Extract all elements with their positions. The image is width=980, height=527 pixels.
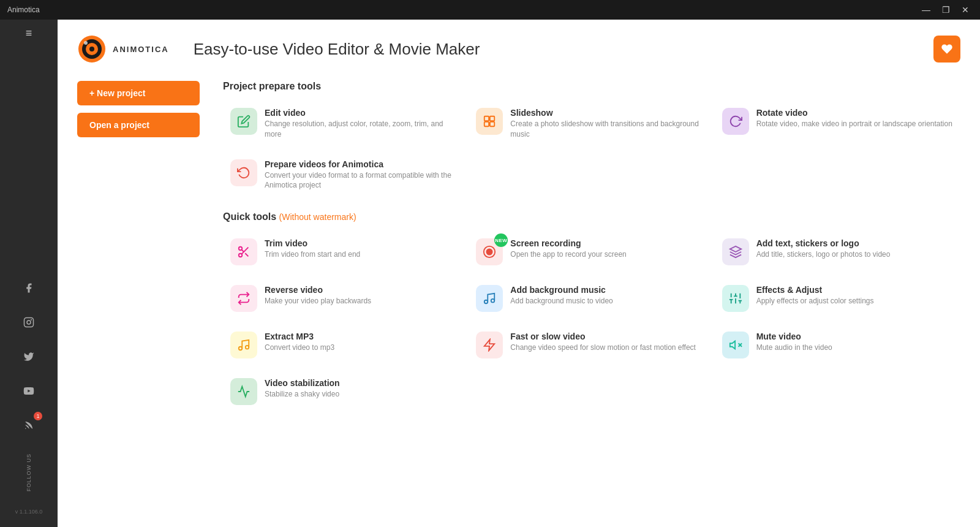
edit-video-text: Edit video Change resolution, adjust col… (265, 108, 461, 140)
logo-text: ANIMOTICA (113, 45, 169, 54)
svg-point-4 (25, 428, 26, 429)
project-tools-title: Project prepare tools (223, 81, 960, 92)
screen-recording-icon: NEW (476, 238, 503, 265)
extract-mp3-icon (230, 332, 257, 358)
video-stabilization-text: Video stabilization Stabilize a shaky vi… (265, 378, 340, 400)
quick-tools-grid: Trim video Trim video from start and end (223, 232, 960, 411)
tool-trim-video[interactable]: Trim video Trim video from start and end (223, 232, 469, 271)
trim-video-title: Trim video (265, 238, 360, 248)
add-background-music-icon (476, 285, 503, 312)
follow-us-label: FOLLOW US (26, 453, 32, 491)
svg-point-22 (491, 299, 495, 303)
open-project-button[interactable]: Open a project (77, 113, 200, 137)
tool-effects-adjust[interactable]: Effects & Adjust Apply effects or adjust… (715, 279, 960, 318)
add-text-desc: Add title, stickers, logo or photos to v… (756, 249, 891, 260)
svg-line-18 (241, 250, 244, 252)
close-button[interactable]: ✕ (958, 2, 973, 17)
youtube-icon[interactable] (18, 380, 40, 402)
rss-icon[interactable]: 1 (18, 414, 40, 436)
instagram-icon[interactable] (18, 311, 40, 333)
rss-badge: 1 (34, 412, 42, 420)
svg-rect-13 (490, 122, 494, 126)
tool-reverse-video[interactable]: Reverse video Make your video play backw… (223, 279, 469, 318)
add-text-icon (722, 238, 749, 265)
svg-marker-34 (484, 339, 495, 351)
tool-mute-video[interactable]: Mute video Mute audio in the video (715, 325, 960, 365)
screen-recording-text: Screen recording Open the app to record … (510, 238, 626, 260)
minimize-button[interactable]: — (919, 2, 933, 17)
tool-slideshow[interactable]: Slideshow Create a photo slideshow with … (469, 102, 714, 146)
project-tools-grid: Edit video Change resolution, adjust col… (223, 102, 960, 197)
slideshow-text: Slideshow Create a photo slideshow with … (510, 108, 707, 140)
mute-video-icon (722, 332, 749, 358)
extract-mp3-desc: Convert video to mp3 (265, 343, 334, 353)
effects-adjust-text: Effects & Adjust Apply effects or adjust… (756, 285, 874, 306)
screen-recording-title: Screen recording (510, 238, 626, 248)
twitter-icon[interactable] (18, 346, 40, 368)
animotica-logo (77, 34, 107, 64)
reverse-video-icon (230, 285, 257, 312)
fast-slow-video-title: Fast or slow video (510, 332, 696, 341)
svg-point-32 (239, 347, 243, 351)
extract-mp3-text: Extract MP3 Convert video to mp3 (265, 332, 334, 353)
slideshow-icon (476, 108, 503, 135)
window-controls: — ❐ ✕ (919, 2, 973, 17)
social-links: 1 FOLLOW US v 1.1.106.0 (15, 277, 43, 520)
add-background-music-title: Add background music (510, 285, 612, 295)
reverse-video-desc: Make your video play backwards (265, 296, 371, 306)
tool-add-background-music[interactable]: Add background music Add background musi… (469, 279, 714, 318)
prepare-videos-icon (230, 159, 257, 186)
tool-screen-recording[interactable]: NEW Screen recording Open the app to rec… (469, 232, 714, 271)
mute-video-title: Mute video (756, 332, 832, 341)
prepare-videos-desc: Convert your video format to a format co… (265, 170, 461, 191)
reverse-video-title: Reverse video (265, 285, 371, 295)
tool-add-text[interactable]: Add text, stickers or logo Add title, st… (715, 232, 960, 271)
app-title: Animotica (7, 6, 40, 14)
svg-rect-12 (484, 122, 489, 126)
tool-rotate-video[interactable]: Rotate video Rotate video, make video in… (715, 102, 960, 146)
tool-extract-mp3[interactable]: Extract MP3 Convert video to mp3 (223, 325, 469, 365)
extract-mp3-title: Extract MP3 (265, 332, 334, 341)
svg-point-8 (89, 47, 94, 51)
add-background-music-desc: Add background music to video (510, 296, 612, 306)
svg-point-9 (84, 41, 88, 45)
tool-prepare-videos[interactable]: Prepare videos for Animotica Convert you… (223, 153, 469, 197)
version-label: v 1.1.106.0 (15, 509, 43, 515)
svg-point-33 (246, 346, 249, 349)
menu-button[interactable]: ≡ (26, 27, 32, 40)
quick-tools-section: Quick tools (Without watermark) (223, 211, 960, 411)
feedback-button[interactable] (933, 36, 960, 63)
facebook-icon[interactable] (18, 277, 40, 299)
watermark-note: (Without watermark) (279, 212, 356, 222)
page-title: Easy-to-use Video Editor & Movie Maker (194, 40, 480, 59)
svg-point-15 (239, 254, 243, 257)
maximize-button[interactable]: ❐ (938, 2, 953, 17)
trim-video-text: Trim video Trim video from start and end (265, 238, 360, 260)
edit-video-desc: Change resolution, adjust color, rotate,… (265, 119, 461, 140)
svg-rect-11 (490, 116, 494, 121)
title-bar: Animotica — ❐ ✕ (0, 0, 980, 20)
fast-slow-video-icon (476, 332, 503, 358)
effects-adjust-desc: Apply effects or adjust color settings (756, 296, 874, 306)
new-project-button[interactable]: + New project (77, 81, 200, 105)
logo-area: ANIMOTICA (77, 34, 169, 64)
content-header: ANIMOTICA Easy-to-use Video Editor & Mov… (77, 34, 960, 64)
svg-marker-35 (729, 341, 734, 349)
rotate-video-title: Rotate video (756, 108, 952, 118)
app-body: ≡ (0, 20, 980, 527)
tool-fast-slow-video[interactable]: Fast or slow video Change video speed fo… (469, 325, 714, 365)
effects-adjust-title: Effects & Adjust (756, 285, 874, 295)
prepare-videos-text: Prepare videos for Animotica Convert you… (265, 159, 461, 191)
new-badge: NEW (494, 233, 508, 247)
svg-point-2 (31, 319, 32, 320)
reverse-video-text: Reverse video Make your video play backw… (265, 285, 371, 306)
tool-edit-video[interactable]: Edit video Change resolution, adjust col… (223, 102, 469, 146)
right-panel: Project prepare tools Edit vid (223, 81, 960, 426)
slideshow-desc: Create a photo slideshow with transition… (510, 119, 707, 140)
add-text-title: Add text, stickers or logo (756, 238, 891, 248)
tool-video-stabilization[interactable]: Video stabilization Stabilize a shaky vi… (223, 372, 469, 411)
mute-video-text: Mute video Mute audio in the video (756, 332, 832, 353)
prepare-videos-title: Prepare videos for Animotica (265, 159, 461, 169)
svg-point-21 (484, 300, 488, 304)
add-text-text: Add text, stickers or logo Add title, st… (756, 238, 891, 260)
